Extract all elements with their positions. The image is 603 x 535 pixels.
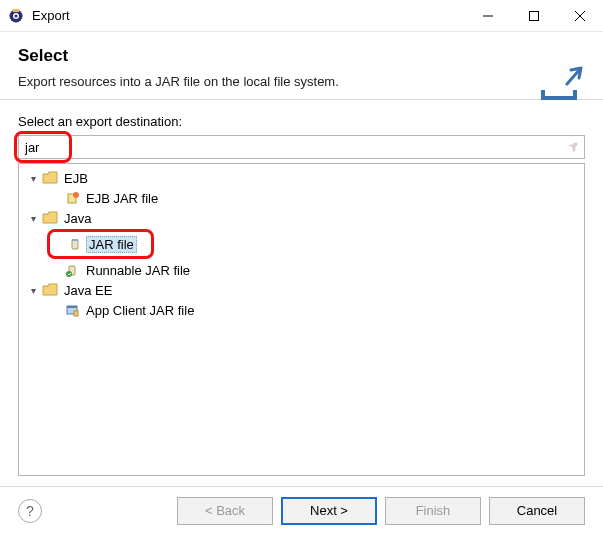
cancel-button[interactable]: Cancel	[489, 497, 585, 525]
export-graphic-icon	[537, 62, 585, 102]
clear-filter-icon[interactable]	[567, 141, 579, 153]
destination-tree[interactable]: ▾ EJB EJB JAR file ▾ Java	[18, 163, 585, 476]
tree-folder-java-ee[interactable]: ▾ Java EE	[19, 280, 584, 300]
svg-rect-5	[530, 11, 539, 20]
folder-icon	[41, 170, 59, 186]
tree-item-jar-file[interactable]: JAR file	[50, 234, 145, 254]
svg-rect-15	[67, 306, 77, 308]
tree-item-label: Java	[61, 210, 94, 227]
wizard-header: Select Export resources into a JAR file …	[0, 32, 603, 100]
app-icon	[8, 8, 24, 24]
svg-point-3	[15, 14, 18, 17]
svg-rect-1	[13, 9, 19, 12]
window-title: Export	[32, 8, 70, 23]
next-button[interactable]: Next >	[281, 497, 377, 525]
app-client-icon	[63, 302, 81, 318]
page-subtitle: Export resources into a JAR file on the …	[18, 74, 585, 89]
tree-folder-ejb[interactable]: ▾ EJB	[19, 168, 584, 188]
minimize-button[interactable]	[465, 0, 511, 31]
chevron-down-icon[interactable]: ▾	[25, 173, 41, 184]
tree-item-label: Java EE	[61, 282, 115, 299]
back-button[interactable]: < Back	[177, 497, 273, 525]
folder-icon	[41, 210, 59, 226]
jar-icon	[66, 236, 84, 252]
maximize-button[interactable]	[511, 0, 557, 31]
svg-rect-10	[72, 240, 78, 249]
wizard-body: Select an export destination: ▾ EJB	[0, 100, 603, 486]
close-button[interactable]	[557, 0, 603, 31]
destination-label: Select an export destination:	[18, 114, 585, 129]
titlebar: Export	[0, 0, 603, 32]
annotation-highlight-item: JAR file	[47, 229, 154, 259]
folder-icon	[41, 282, 59, 298]
help-button[interactable]: ?	[18, 499, 42, 523]
tree-item-app-client-jar-file[interactable]: App Client JAR file	[19, 300, 584, 320]
tree-item-label: JAR file	[86, 236, 137, 253]
chevron-down-icon[interactable]: ▾	[25, 213, 41, 224]
svg-rect-11	[72, 239, 78, 241]
window-controls	[465, 0, 603, 31]
page-title: Select	[18, 46, 585, 66]
search-row	[18, 135, 585, 159]
svg-rect-16	[74, 311, 78, 316]
chevron-down-icon[interactable]: ▾	[25, 285, 41, 296]
svg-point-9	[73, 192, 79, 198]
runnable-jar-icon	[63, 262, 81, 278]
svg-point-13	[66, 271, 72, 277]
filter-input[interactable]	[18, 135, 585, 159]
ejb-jar-icon	[63, 190, 81, 206]
button-bar: ? < Back Next > Finish Cancel	[0, 486, 603, 535]
tree-item-label: EJB JAR file	[83, 190, 161, 207]
tree-folder-java[interactable]: ▾ Java	[19, 208, 584, 228]
tree-item-runnable-jar-file[interactable]: Runnable JAR file	[19, 260, 584, 280]
finish-button[interactable]: Finish	[385, 497, 481, 525]
tree-item-label: EJB	[61, 170, 91, 187]
tree-item-label: App Client JAR file	[83, 302, 197, 319]
tree-item-label: Runnable JAR file	[83, 262, 193, 279]
tree-item-ejb-jar-file[interactable]: EJB JAR file	[19, 188, 584, 208]
